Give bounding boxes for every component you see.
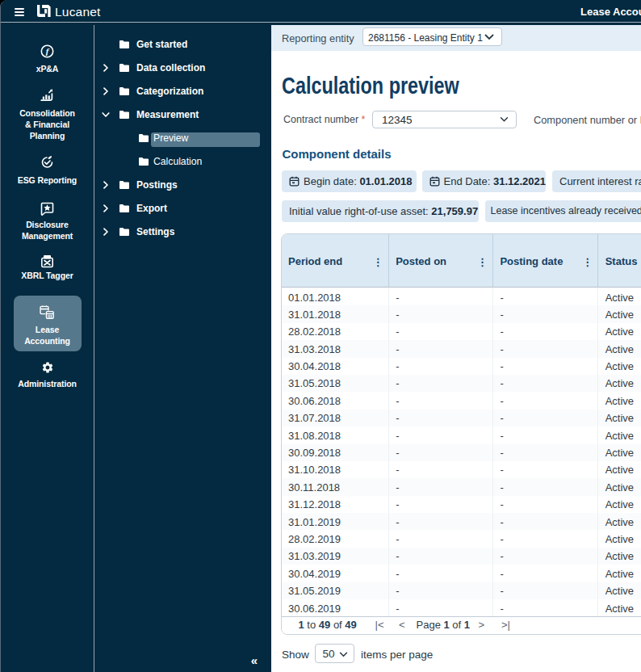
svg-text:f: f bbox=[46, 47, 50, 57]
